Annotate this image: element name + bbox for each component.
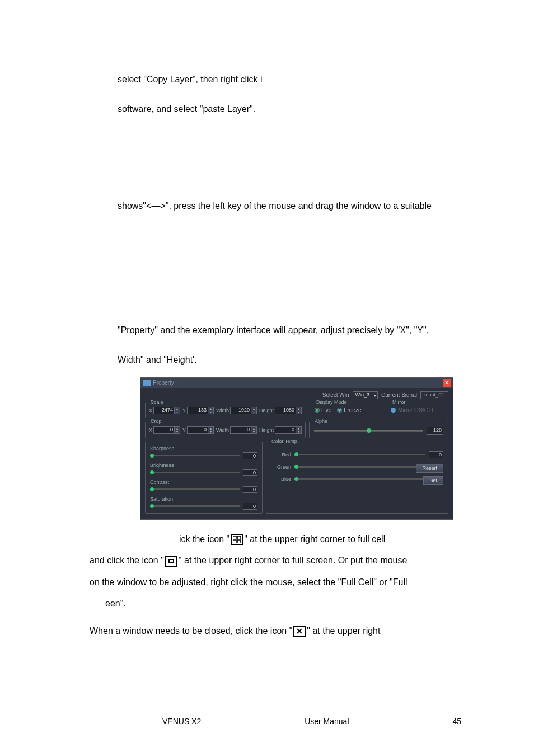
paragraph: shows"<—>", press the left key of the mo… xyxy=(118,194,461,219)
sharpness-slider[interactable] xyxy=(150,455,240,456)
spinner[interactable]: ▴▾ xyxy=(208,426,214,434)
group-title: Mirror xyxy=(391,399,407,405)
scale-width-input[interactable]: 1920 xyxy=(230,407,251,414)
mirror-group: Mirror Mirror ON/OFF xyxy=(387,403,448,418)
svg-rect-1 xyxy=(237,536,241,539)
dialog-titlebar: Property × xyxy=(140,378,453,388)
reset-button[interactable]: Resert xyxy=(416,464,443,473)
current-signal-label: Current Signal xyxy=(381,392,417,398)
crop-width-input[interactable]: 0 xyxy=(230,426,251,434)
svg-rect-2 xyxy=(233,540,236,543)
svg-rect-0 xyxy=(233,536,236,539)
live-radio[interactable]: Live xyxy=(315,407,331,413)
brightness-value[interactable]: 0 xyxy=(243,469,257,476)
image-adjust-group: Sharpness 0 Brightness 0 Contrast 0 Satu… xyxy=(145,442,263,514)
select-win-dropdown[interactable]: Win_3 ▾ xyxy=(353,391,378,399)
chevron-down-icon: ▾ xyxy=(374,393,376,398)
paragraph: "Property" and the exemplary interface w… xyxy=(118,318,461,343)
crop-height-input[interactable]: 0 xyxy=(275,426,296,434)
crop-x-input[interactable]: 0 xyxy=(153,426,175,434)
alpha-group: Alpha 128 xyxy=(309,422,448,438)
blue-label: Blue xyxy=(271,477,291,482)
paragraph: on the window to be adjusted, right clic… xyxy=(90,572,461,593)
property-dialog: Property × Select Win Win_3 ▾ Current Si… xyxy=(140,377,453,520)
blue-slider[interactable] xyxy=(294,478,425,480)
saturation-label: Saturation xyxy=(150,496,257,502)
paragraph: Width" and "Height'. xyxy=(118,348,461,373)
spinner[interactable]: ▴▾ xyxy=(296,426,302,434)
display-mode-group: Display Mode Live Freeze xyxy=(311,403,383,418)
mirror-label: Mirror ON/OFF xyxy=(398,407,435,413)
saturation-value[interactable]: 0 xyxy=(243,503,257,510)
group-title: Display Mode xyxy=(315,399,349,405)
group-title: Color Temp xyxy=(270,438,299,444)
scale-x-input[interactable]: -2474 xyxy=(153,407,175,414)
contrast-slider[interactable] xyxy=(150,488,240,490)
full-cell-icon xyxy=(231,534,243,545)
current-signal-value: Input_A1 xyxy=(420,391,448,399)
select-win-label: Select Win xyxy=(322,392,349,398)
alpha-slider[interactable] xyxy=(314,430,423,432)
brightness-slider[interactable] xyxy=(150,472,240,473)
color-temp-group: Color Temp Red0 Green0 Blue0 Resert Set xyxy=(266,442,448,514)
green-label: Green xyxy=(271,464,291,470)
scale-y-input[interactable]: 133 xyxy=(187,407,208,414)
footer-manual: User Manual xyxy=(305,717,349,726)
group-title: Scale xyxy=(149,399,165,405)
freeze-radio[interactable]: Freeze xyxy=(337,407,361,413)
paragraph: " at the upper right corner to full cell xyxy=(244,534,385,544)
mirror-toggle-icon[interactable] xyxy=(391,408,396,413)
scale-group: Scale X-2474▴▾ Y133▴▾ Width1920▴▾ Height… xyxy=(145,403,307,418)
group-title: Alpha xyxy=(313,418,329,424)
contrast-label: Contrast xyxy=(150,479,257,485)
saturation-slider[interactable] xyxy=(150,505,240,507)
paragraph: een". xyxy=(105,593,461,614)
footer-page: 45 xyxy=(452,717,461,726)
spinner[interactable]: ▴▾ xyxy=(175,426,180,434)
red-value[interactable]: 0 xyxy=(429,451,443,458)
spinner[interactable]: ▴▾ xyxy=(251,407,257,414)
full-screen-icon xyxy=(165,556,177,567)
green-slider[interactable] xyxy=(294,466,425,468)
footer-product: VENUS X2 xyxy=(162,717,201,726)
group-title: Crop xyxy=(149,418,163,424)
set-button[interactable]: Set xyxy=(423,476,443,485)
dialog-icon xyxy=(143,380,151,386)
contrast-value[interactable]: 0 xyxy=(243,486,257,493)
brightness-label: Brightness xyxy=(150,463,257,468)
spinner[interactable]: ▴▾ xyxy=(175,407,180,414)
spinner[interactable]: ▴▾ xyxy=(251,426,257,434)
paragraph: ick the icon " xyxy=(179,534,229,544)
red-label: Red xyxy=(271,452,291,458)
paragraph: " at the upper right xyxy=(307,626,380,636)
paragraph: software, and select "paste Layer". xyxy=(118,97,461,122)
spinner[interactable]: ▴▾ xyxy=(296,407,302,414)
page-footer: VENUS X2 User Manual 45 xyxy=(0,717,534,726)
dialog-title: Property xyxy=(153,380,174,386)
paragraph: " at the upper right corner to full scre… xyxy=(179,556,407,565)
alpha-value[interactable]: 128 xyxy=(427,427,443,435)
sharpness-value[interactable]: 0 xyxy=(243,452,257,459)
spinner[interactable]: ▴▾ xyxy=(208,407,214,414)
paragraph: When a window needs to be closed, click … xyxy=(90,626,292,636)
paragraph: select "Copy Layer", then right click i xyxy=(118,67,461,92)
crop-group: Crop X0▴▾ Y0▴▾ Width0▴▾ Height0▴▾ xyxy=(145,422,306,438)
scale-height-input[interactable]: 1080 xyxy=(275,407,296,414)
paragraph: and click the icon " xyxy=(90,556,164,565)
close-icon[interactable]: × xyxy=(443,379,451,387)
sharpness-label: Sharpness xyxy=(150,446,257,451)
svg-rect-3 xyxy=(237,540,241,543)
red-slider[interactable] xyxy=(294,454,425,455)
crop-y-input[interactable]: 0 xyxy=(187,426,208,434)
close-window-icon: ✕ xyxy=(293,626,306,637)
